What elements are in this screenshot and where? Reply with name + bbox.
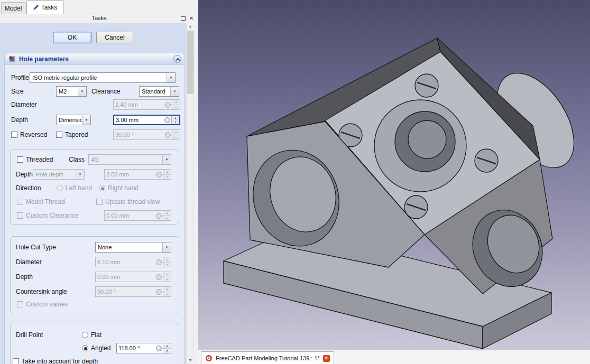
- panel-splitter[interactable]: [194, 14, 198, 364]
- scroll-up-icon[interactable]: ▲: [187, 23, 194, 30]
- reversed-label: Reversed: [20, 131, 47, 138]
- hole-feature-icon: [8, 55, 16, 63]
- 3d-viewport[interactable]: [198, 0, 590, 350]
- profile-label: Profile: [11, 72, 29, 83]
- class-value: 4G: [89, 156, 162, 163]
- float-panel-icon[interactable]: [181, 16, 186, 21]
- chevron-down-icon[interactable]: [78, 87, 86, 96]
- part-model[interactable]: [198, 0, 590, 350]
- close-document-icon[interactable]: [323, 355, 330, 362]
- expression-icon[interactable]: [165, 102, 171, 108]
- panel-title: Tasks: [91, 15, 106, 21]
- vertical-scrollbar[interactable]: ▲ ▼: [186, 23, 193, 364]
- collapse-chevron-icon[interactable]: [173, 55, 181, 63]
- flat-radio[interactable]: Flat: [82, 331, 102, 339]
- checkbox-box: [13, 358, 19, 364]
- freecad-window: Model Tasks Tasks OK Cancel: [0, 0, 590, 364]
- checkbox-box: [17, 199, 23, 205]
- custom-values-checkbox: Custom values: [17, 300, 68, 309]
- spin-down-icon: [163, 174, 171, 180]
- left-hand-label: Left hand: [66, 184, 92, 192]
- hole-parameters-title: Hole parameters: [19, 55, 69, 63]
- taper-angle-value: 90.00 °: [114, 132, 165, 138]
- angled-radio[interactable]: Angled: [82, 344, 110, 352]
- countersink-angle-label: Countersink angle: [16, 286, 67, 297]
- hole-parameters-header[interactable]: Hole parameters: [5, 53, 185, 65]
- cancel-button[interactable]: Cancel: [96, 32, 133, 43]
- tab-tasks-label: Tasks: [41, 4, 58, 11]
- radio-circle: [57, 185, 63, 191]
- spin-down-icon[interactable]: [172, 105, 180, 110]
- spin-up-icon: [163, 287, 171, 292]
- thread-depth-value: 3.00 mm: [105, 171, 156, 178]
- spin-up-icon[interactable]: [172, 116, 179, 120]
- diameter-spinbox: 2.40 mm: [113, 99, 180, 110]
- expression-icon: [156, 289, 162, 295]
- clearance-select[interactable]: Standard: [139, 86, 179, 97]
- clearance-label: Clearance: [91, 86, 121, 97]
- custom-clearance-label: Custom Clearance: [26, 212, 78, 219]
- right-hand-radio: Right hand: [99, 184, 139, 192]
- chevron-down-icon[interactable]: [170, 87, 179, 96]
- size-label: Size: [11, 86, 23, 97]
- expression-icon[interactable]: [164, 117, 170, 123]
- tab-tasks[interactable]: Tasks: [26, 1, 63, 14]
- spin-down-icon: [163, 216, 171, 221]
- size-select[interactable]: M2: [56, 86, 87, 97]
- tab-model[interactable]: Model: [1, 2, 25, 14]
- profile-value: ISO metric regular profile: [30, 74, 167, 81]
- profile-select[interactable]: ISO metric regular profile: [30, 72, 176, 83]
- drill-point-group: Drill Point Flat Angled 118.00 °: [10, 323, 179, 364]
- tapered-checkbox[interactable]: Tapered: [56, 130, 88, 139]
- scrollbar-thumb[interactable]: [187, 31, 193, 94]
- spin-up-icon: [163, 170, 171, 174]
- hole-cut-type-label: Hole Cut Type: [16, 242, 56, 253]
- chevron-down-icon[interactable]: [162, 242, 171, 252]
- chevron-down-icon[interactable]: [82, 115, 90, 125]
- expression-icon: [156, 274, 162, 280]
- mdi-area: FreeCAD Part Modeling Tutorial 139 : 1*: [198, 0, 590, 364]
- document-tab[interactable]: FreeCAD Part Modeling Tutorial 139 : 1*: [201, 351, 334, 364]
- tab-model-label: Model: [5, 5, 22, 12]
- drill-angle-spinbox[interactable]: 118.00 °: [116, 343, 171, 353]
- checkbox-box: [11, 132, 17, 138]
- spin-up-icon[interactable]: [163, 343, 171, 348]
- spin-up-icon[interactable]: [172, 100, 180, 105]
- spin-up-icon: [163, 257, 171, 262]
- cut-depth-label: Depth: [16, 272, 33, 282]
- scroll-down-icon[interactable]: ▼: [187, 357, 194, 364]
- spin-down-icon[interactable]: [172, 120, 179, 125]
- spin-up-icon: [172, 130, 180, 135]
- countersink-angle-value: 90.00 °: [96, 288, 156, 295]
- counterbore-hole[interactable]: [408, 120, 446, 158]
- depth-mode-select[interactable]: Dimension: [56, 115, 91, 125]
- expression-icon: [156, 213, 162, 219]
- spin-up-icon: [163, 272, 171, 277]
- custom-clearance-checkbox: Custom Clearance: [17, 211, 78, 220]
- diameter-label: Diameter: [11, 99, 37, 110]
- left-hand-radio: Left hand: [57, 184, 92, 192]
- take-into-account-checkbox[interactable]: Take into account for depth: [13, 357, 98, 364]
- take-into-account-label: Take into account for depth: [22, 358, 98, 364]
- expression-icon[interactable]: [156, 346, 162, 351]
- ok-button[interactable]: OK: [53, 32, 91, 43]
- checkbox-box: [17, 301, 23, 307]
- hole-cut-group: Hole Cut Type None Diameter 6.10 mm Dept…: [10, 236, 179, 313]
- update-thread-view-checkbox: Update thread view: [96, 198, 160, 206]
- drill-point-label: Drill Point: [16, 330, 43, 340]
- spin-down-icon: [172, 135, 180, 140]
- chevron-down-icon[interactable]: [167, 73, 175, 82]
- model-thread-checkbox: Model Thread: [17, 198, 65, 206]
- cut-diameter-spinbox: 6.10 mm: [95, 257, 171, 267]
- cut-depth-value: 0.00 mm: [96, 274, 156, 280]
- threaded-label: Threaded: [26, 156, 53, 163]
- size-value: M2: [57, 88, 78, 95]
- custom-clearance-value: 0.00 mm: [105, 212, 156, 219]
- depth-label: Depth: [11, 115, 28, 125]
- spin-down-icon[interactable]: [163, 348, 171, 353]
- reversed-checkbox[interactable]: Reversed: [11, 130, 47, 139]
- hole-cut-type-select[interactable]: None: [95, 242, 171, 253]
- depth-spinbox[interactable]: 3.00 mm: [113, 115, 180, 125]
- thread-depth-mode-value: Hole depth: [33, 171, 76, 178]
- threaded-checkbox[interactable]: Threaded: [17, 155, 53, 164]
